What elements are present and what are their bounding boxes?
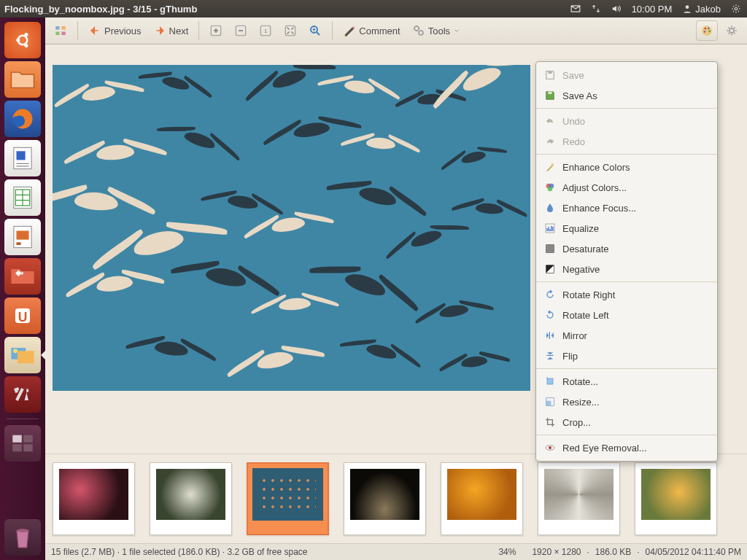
svg-rect-25 (62, 26, 66, 30)
svg-point-18 (13, 349, 18, 354)
volume-icon[interactable] (611, 4, 622, 14)
svg-point-37 (705, 28, 706, 29)
status-dimensions: 1920 × 1280 (532, 547, 581, 557)
files-icon[interactable] (4, 61, 41, 98)
zoom-magnifier-button[interactable] (304, 20, 326, 41)
previous-button[interactable]: Previous (84, 20, 146, 41)
zoom-out-button[interactable] (230, 20, 252, 41)
menu-adjust-colors[interactable]: Adjust Colors... (536, 177, 717, 198)
save-as-icon (543, 89, 557, 102)
gthumb-icon[interactable] (4, 337, 41, 373)
dash-icon[interactable] (4, 22, 41, 58)
window-title: Flocking_by_noombox.jpg - 3/15 - gThumb (4, 4, 560, 15)
wand-icon (543, 160, 557, 174)
rotate-right-icon (543, 288, 557, 301)
mail-icon[interactable] (570, 4, 581, 14)
unity-launcher: U (0, 18, 45, 560)
rgb-icon (543, 181, 557, 194)
thumbnail[interactable] (150, 462, 232, 535)
gthumb-window: Previous Next 1 Comment Tools (45, 18, 747, 560)
svg-point-46 (548, 187, 553, 192)
status-filesize: 186.0 KB (595, 547, 631, 557)
previous-label: Previous (104, 26, 142, 36)
status-date: 04/05/2012 04:11:40 PM (646, 547, 741, 557)
network-icon[interactable] (591, 4, 601, 14)
svg-rect-8 (17, 151, 26, 160)
menu-redo: Redo (536, 131, 717, 152)
thumbnail[interactable] (635, 462, 717, 535)
menu-mirror[interactable]: Mirror (536, 325, 717, 346)
settings-icon[interactable] (4, 376, 41, 413)
tools-button[interactable]: Tools (408, 20, 465, 41)
system-gear-icon[interactable] (731, 4, 741, 14)
rotate-icon (543, 375, 557, 388)
svg-rect-50 (547, 378, 553, 384)
firefox-icon[interactable] (4, 101, 41, 137)
svg-rect-48 (546, 245, 554, 253)
software-center-icon[interactable]: U (4, 298, 41, 334)
menu-red-eye[interactable]: Red Eye Removal... (536, 438, 717, 458)
trash-icon[interactable] (4, 519, 41, 556)
svg-rect-21 (12, 444, 22, 451)
toolbar: Previous Next 1 Comment Tools (45, 18, 747, 44)
thumbnail-selected[interactable] (247, 462, 329, 535)
svg-text:1: 1 (264, 28, 267, 34)
writer-icon[interactable] (4, 140, 41, 176)
browser-view-button[interactable] (50, 20, 71, 41)
menu-flip[interactable]: Flip (536, 346, 717, 366)
status-left: 15 files (2.7 MB) · 1 file selected (186… (51, 547, 308, 557)
menu-rotate-right[interactable]: Rotate Right (536, 284, 717, 305)
zoom-in-button[interactable] (205, 20, 227, 41)
svg-point-1 (735, 7, 738, 10)
svg-rect-13 (17, 242, 21, 245)
comment-label: Comment (359, 26, 400, 36)
menu-enhance-focus[interactable]: Enhance Focus... (536, 198, 717, 218)
svg-text:U: U (18, 310, 28, 324)
menu-enhance-colors[interactable]: Enhance Colors (536, 157, 717, 177)
impress-icon[interactable] (4, 219, 41, 255)
next-label: Next (169, 26, 189, 36)
menu-rotate-left[interactable]: Rotate Left (536, 305, 717, 325)
top-menubar: Flocking_by_noombox.jpg - 3/15 - gThumb … (0, 0, 747, 18)
workspace-switcher-icon[interactable] (4, 425, 41, 462)
histogram-icon (543, 222, 557, 235)
svg-point-38 (708, 28, 709, 29)
menu-save: Save (536, 65, 717, 85)
menu-desaturate[interactable]: Desaturate (536, 238, 717, 259)
zoom-fit-button[interactable] (279, 20, 301, 41)
palette-button[interactable] (696, 20, 718, 41)
thumbnail[interactable] (53, 462, 135, 535)
user-menu[interactable]: Jakob (682, 4, 721, 15)
menu-resize[interactable]: Resize... (536, 392, 717, 412)
menu-equalize[interactable]: Equalize (536, 218, 717, 238)
calc-icon[interactable] (4, 179, 41, 216)
gray-icon (543, 242, 557, 255)
svg-rect-24 (55, 26, 59, 30)
thumbnail[interactable] (441, 462, 523, 535)
preferences-gear-button[interactable] (721, 20, 743, 41)
comment-button[interactable]: Comment (338, 20, 404, 41)
save-icon (543, 69, 557, 82)
svg-point-39 (709, 31, 711, 32)
next-button[interactable]: Next (149, 20, 193, 41)
rotate-left-icon (543, 308, 557, 322)
svg-rect-19 (12, 435, 22, 443)
zoom-100-button[interactable]: 1 (255, 20, 276, 41)
folder-red-icon[interactable] (4, 258, 41, 295)
crop-icon (543, 416, 557, 429)
menu-crop[interactable]: Crop... (536, 412, 717, 432)
svg-rect-43 (548, 92, 551, 94)
thumbnail[interactable] (344, 462, 426, 535)
negative-icon (543, 262, 557, 276)
thumbnail[interactable] (538, 462, 620, 535)
svg-point-36 (702, 26, 712, 36)
menu-save-as[interactable]: Save As (536, 85, 717, 106)
tools-dropdown: Save Save As Undo Redo Enhance Colors Ad… (535, 61, 718, 462)
clock[interactable]: 10:00 PM (632, 4, 673, 15)
main-image[interactable] (53, 65, 530, 391)
resize-icon (543, 395, 557, 408)
menu-rotate[interactable]: Rotate... (536, 371, 717, 392)
svg-rect-52 (546, 401, 551, 406)
svg-rect-42 (548, 71, 551, 74)
menu-negative[interactable]: Negative (536, 259, 717, 279)
